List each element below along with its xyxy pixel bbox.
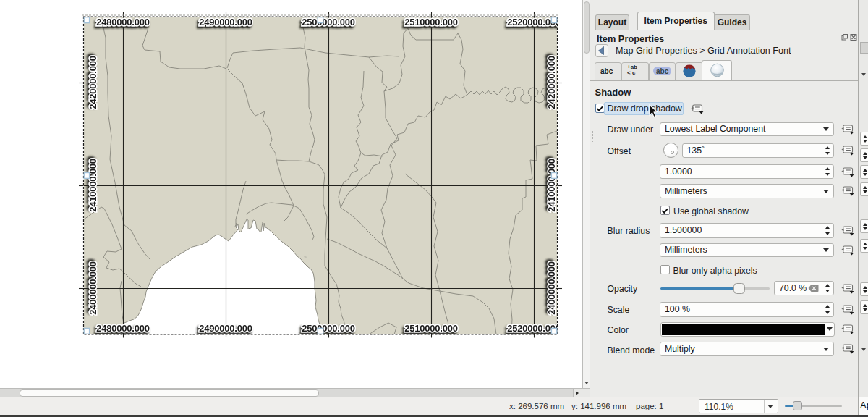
svg-text:2510000.000: 2510000.000 <box>404 17 458 28</box>
svg-text:2420000.000: 2420000.000 <box>88 56 98 109</box>
svg-text:2510000.000: 2510000.000 <box>404 323 458 334</box>
svg-text:2490000.000: 2490000.000 <box>199 323 252 334</box>
svg-text:2490000.000: 2490000.000 <box>199 17 252 28</box>
svg-text:2400000.000: 2400000.000 <box>88 261 98 315</box>
svg-text:2480000.000: 2480000.000 <box>96 323 150 334</box>
svg-text:2410000.000: 2410000.000 <box>88 159 98 212</box>
svg-text:2500000.000: 2500000.000 <box>302 17 355 28</box>
svg-text:2410000.000: 2410000.000 <box>546 159 557 212</box>
svg-text:2500000.000: 2500000.000 <box>302 323 355 334</box>
svg-text:2400000.000: 2400000.000 <box>546 261 557 315</box>
svg-text:2420000.000: 2420000.000 <box>546 56 557 109</box>
svg-text:2480000.000: 2480000.000 <box>96 17 150 28</box>
